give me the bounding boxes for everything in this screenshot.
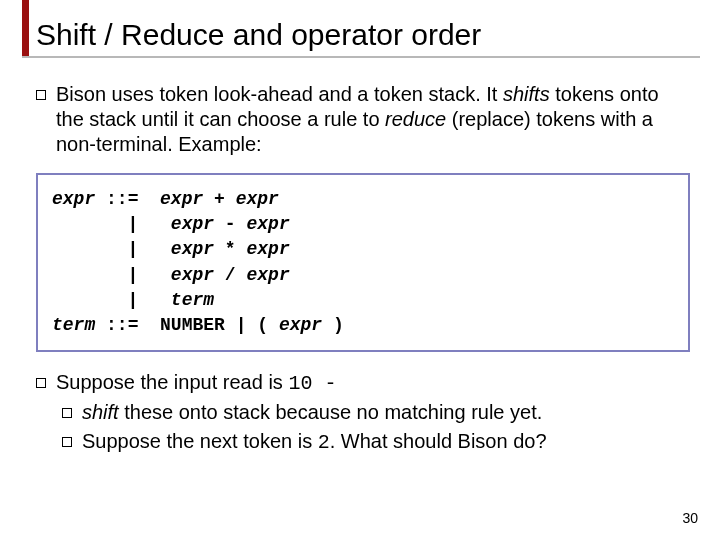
slide-accent-horizontal: [22, 56, 700, 58]
bullet-shift-onto-stack: shift these onto stack because no matchi…: [62, 400, 690, 425]
bullet-shift-text: shift these onto stack because no matchi…: [82, 400, 690, 425]
bullet-marker-icon: [36, 378, 46, 388]
bullet-marker-icon: [62, 408, 72, 418]
grammar-op: ::=: [106, 189, 138, 209]
grammar-op: |: [117, 290, 149, 310]
grammar-op: |: [117, 239, 149, 259]
text-fragment: Suppose the input read is: [56, 371, 288, 393]
bullet-suppose-input: Suppose the input read is 10 -: [36, 370, 690, 396]
title-block: Shift / Reduce and operator order: [36, 18, 700, 58]
bullet-marker-icon: [36, 90, 46, 100]
text-fragment: Bison uses token look-ahead and a token …: [56, 83, 503, 105]
emphasis-shifts: shifts: [503, 83, 550, 105]
slide-body: Bison uses token look-ahead and a token …: [36, 82, 690, 459]
bullet-intro: Bison uses token look-ahead and a token …: [36, 82, 690, 157]
grammar-op: ::=: [106, 315, 138, 335]
emphasis-reduce: reduce: [385, 108, 446, 130]
inline-code: 10 -: [288, 372, 336, 395]
grammar-code-block: expr ::= expr + expr | expr - expr | exp…: [36, 173, 690, 352]
grammar-lhs: term: [52, 315, 95, 335]
bullet-marker-icon: [62, 437, 72, 447]
page-number: 30: [682, 510, 698, 526]
bullet-next-token-text: Suppose the next token is 2. What should…: [82, 429, 690, 455]
slide-accent-vertical: [22, 0, 29, 56]
text-fragment: . What should Bison do?: [330, 430, 547, 452]
slide-title: Shift / Reduce and operator order: [36, 18, 700, 52]
grammar-rhs: term: [171, 290, 214, 310]
grammar-rhs-span: expr: [160, 189, 203, 209]
grammar-op: |: [117, 265, 149, 285]
bullet-suppose-input-text: Suppose the input read is 10 -: [56, 370, 690, 396]
text-fragment: Suppose the next token is: [82, 430, 318, 452]
grammar-op: |: [117, 214, 149, 234]
grammar-lhs: expr: [52, 189, 95, 209]
emphasis-shift: shift: [82, 401, 119, 423]
bullet-intro-text: Bison uses token look-ahead and a token …: [56, 82, 690, 157]
inline-code: 2: [318, 431, 330, 454]
text-fragment: these onto stack because no matching rul…: [119, 401, 543, 423]
bullet-next-token: Suppose the next token is 2. What should…: [62, 429, 690, 455]
